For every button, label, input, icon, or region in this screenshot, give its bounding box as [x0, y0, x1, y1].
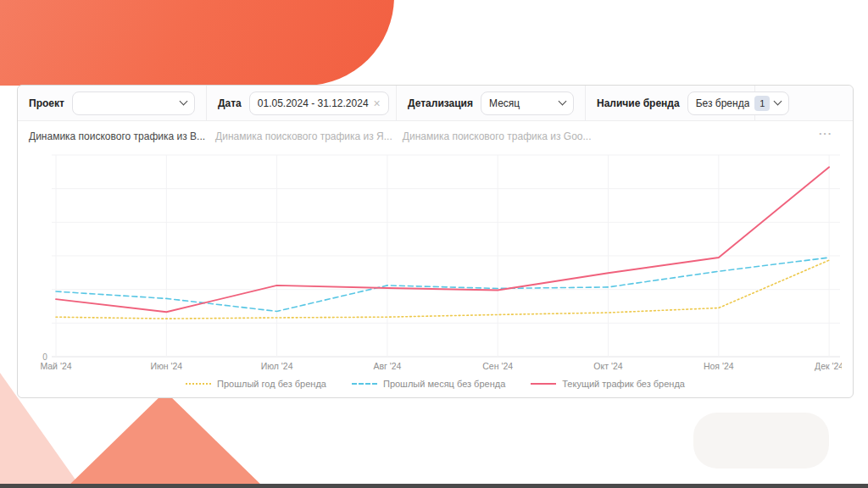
legend-item[interactable]: Прошлый год без бренда	[186, 379, 326, 389]
date-range-input[interactable]: 01.05.2024 - 31.12.2024 ×	[249, 92, 389, 115]
bottom-edge-bar	[0, 484, 868, 488]
chevron-down-icon	[559, 97, 567, 106]
brand-count-badge: 1	[754, 96, 770, 111]
traffic-chart-svg: Май '24Июн '24Июл '24Авг '24Сен '24Окт '…	[28, 153, 842, 380]
legend-swatch-icon	[531, 383, 556, 385]
more-options-icon[interactable]: ···	[819, 128, 832, 139]
legend-label: Прошлый месяц без бренда	[383, 379, 505, 389]
tab-traffic-goo[interactable]: Динамика поискового трафика из Goo...	[403, 130, 592, 142]
background-salmon-diamond	[66, 391, 264, 488]
x-axis-label: Окт '24	[593, 361, 622, 371]
legend-label: Текущий трафик без бренда	[562, 379, 685, 389]
detail-label: Детализация	[408, 97, 473, 109]
brand-label: Наличие бренда	[597, 97, 680, 109]
project-label: Проект	[29, 97, 64, 109]
legend-item[interactable]: Прошлый месяц без бренда	[352, 379, 505, 389]
legend-swatch-icon	[352, 383, 377, 385]
detail-select[interactable]: Месяц	[481, 92, 574, 115]
clear-icon[interactable]: ×	[374, 97, 381, 109]
filter-toolbar: Проект Дата 01.05.2024 - 31.12.2024 × Де…	[18, 86, 853, 121]
project-filter-group: Проект	[18, 86, 207, 120]
brand-filter-group: Наличие бренда Без бренда 1	[586, 86, 755, 120]
brand-select[interactable]: Без бренда 1	[687, 92, 790, 115]
chevron-down-icon	[180, 97, 188, 106]
tab-traffic-ya[interactable]: Динамика поискового трафика из Я...	[215, 130, 392, 142]
y-axis-label: 0	[42, 352, 47, 362]
chart-area: Май '24Июн '24Июл '24Авг '24Сен '24Окт '…	[28, 153, 842, 380]
brand-value: Без бренда	[696, 97, 750, 109]
detail-value: Месяц	[489, 97, 554, 109]
chart-tabs: Динамика поискового трафика из В... Дина…	[29, 126, 592, 147]
date-filter-group: Дата 01.05.2024 - 31.12.2024 ×	[207, 86, 397, 120]
x-axis-label: Май '24	[40, 361, 71, 371]
project-select[interactable]	[72, 92, 195, 115]
date-label: Дата	[218, 97, 242, 109]
legend-swatch-icon	[186, 383, 211, 385]
legend-item[interactable]: Текущий трафик без бренда	[531, 379, 685, 389]
page: Проект Дата 01.05.2024 - 31.12.2024 × Де…	[0, 0, 868, 488]
date-range-value: 01.05.2024 - 31.12.2024	[258, 97, 369, 109]
dashboard-panel: Проект Дата 01.05.2024 - 31.12.2024 × Де…	[17, 85, 854, 398]
tab-traffic-v[interactable]: Динамика поискового трафика из В...	[29, 130, 205, 142]
x-axis-label: Ноя '24	[704, 361, 734, 371]
detail-filter-group: Детализация Месяц	[397, 86, 586, 120]
x-axis-label: Сен '24	[482, 361, 513, 371]
chart-legend: Прошлый год без брендаПрошлый месяц без …	[18, 379, 853, 389]
legend-label: Прошлый год без бренда	[217, 379, 326, 389]
x-axis-label: Июл '24	[261, 361, 293, 371]
chevron-down-icon	[774, 97, 782, 106]
x-axis-label: Дек '24	[815, 361, 842, 371]
background-coral-blob	[0, 0, 394, 86]
chart-line-1	[56, 258, 829, 311]
x-axis-label: Июн '24	[150, 361, 182, 371]
x-axis-label: Авг '24	[373, 361, 401, 371]
background-watermark-blob	[693, 413, 829, 469]
